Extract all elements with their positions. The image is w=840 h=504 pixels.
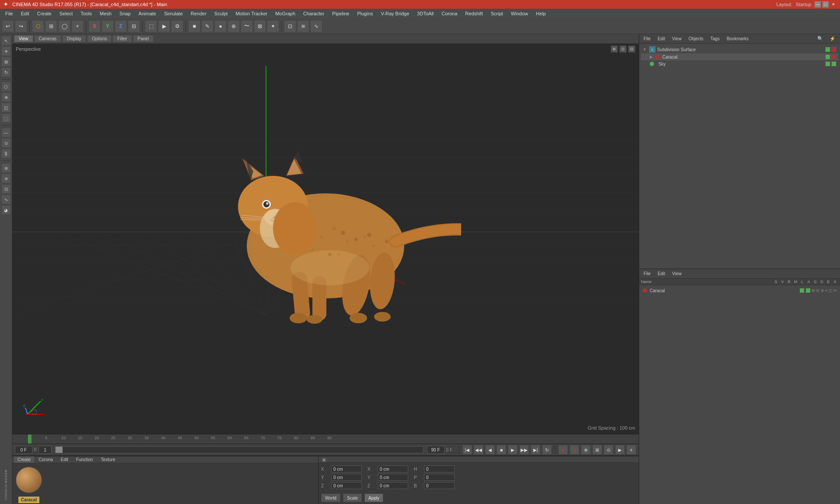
deformer-button[interactable]: 〜 [241, 20, 253, 32]
goto-end-button[interactable]: ▶| [531, 445, 540, 455]
hair-button[interactable]: ≋ [297, 20, 309, 32]
spline-button[interactable]: ∿ [310, 20, 322, 32]
viewport-camera[interactable]: ⊙ [620, 46, 626, 52]
left-tool-13[interactable]: ≋ [1, 174, 11, 183]
y-rot-input[interactable] [378, 474, 408, 481]
left-tool-9[interactable]: — [1, 128, 11, 137]
menu-snap[interactable]: Snap [116, 10, 134, 17]
boolean-button[interactable]: ⊕ [228, 20, 240, 32]
scale-button[interactable]: Scale [343, 494, 362, 502]
menu-animate[interactable]: Animate [135, 10, 160, 17]
menu-3dtoall[interactable]: 3DToAll [413, 10, 437, 17]
menu-pipeline[interactable]: Pipeline [329, 10, 353, 17]
motion-button[interactable]: ⊙ [604, 445, 613, 455]
select-tool[interactable]: ↖ [1, 36, 11, 46]
b-input[interactable] [424, 482, 455, 489]
undo-button[interactable]: ↩ [2, 20, 14, 32]
rotate-tool[interactable]: ↻ [1, 67, 11, 77]
menu-corona[interactable]: Corona [438, 10, 461, 17]
am-check-s[interactable] [799, 288, 805, 293]
om-caracal-check-2[interactable] [831, 54, 836, 60]
am-edit[interactable]: Edit [655, 271, 668, 276]
menu-tools[interactable]: Tools [77, 10, 95, 17]
play-mode-button[interactable]: ▶ [615, 445, 625, 455]
am-check-v[interactable] [805, 288, 811, 293]
maximize-button[interactable]: □ [822, 1, 829, 7]
menu-mograph[interactable]: MoGraph [272, 10, 299, 17]
om-sky-check-2[interactable] [831, 61, 836, 66]
close-button[interactable]: ✕ [830, 1, 836, 7]
om-expand-subdiv[interactable]: ▼ [643, 47, 647, 52]
tab-cameras[interactable]: Cameras [34, 35, 62, 42]
tab-options[interactable]: Options [87, 35, 112, 42]
menu-sculpt[interactable]: Sculpt [211, 10, 231, 17]
menu-file[interactable]: File [2, 10, 17, 17]
left-tool-8[interactable]: ⬚ [1, 113, 11, 123]
material-preview-ball[interactable] [16, 467, 42, 493]
tab-panel[interactable]: Panel [133, 35, 154, 42]
key-select-button[interactable]: ⊞ [592, 445, 602, 455]
menu-redshift[interactable]: Redshift [462, 10, 486, 17]
om-caracal-check-1[interactable] [825, 54, 830, 60]
left-tool-5[interactable]: ⬡ [1, 82, 11, 91]
light-button[interactable]: ✦ [267, 20, 279, 32]
key-all-button[interactable]: ⊕ [581, 445, 591, 455]
menu-plugins[interactable]: Plugins [354, 10, 376, 17]
tab-edit[interactable]: Edit [57, 456, 72, 463]
lock-axis-button[interactable]: ⊟ [128, 20, 140, 32]
window-controls[interactable]: — □ ✕ [815, 1, 836, 7]
step-forward-button[interactable]: ▶▶ [519, 445, 529, 455]
tab-filter[interactable]: Filter [112, 35, 132, 42]
om-check-2[interactable] [831, 47, 836, 52]
tab-texture[interactable]: Texture [97, 456, 119, 463]
play-button[interactable]: ▶ [508, 445, 518, 455]
frame-step-input[interactable] [38, 446, 52, 454]
menu-mesh[interactable]: Mesh [96, 10, 115, 17]
left-tool-12[interactable]: ⊛ [1, 163, 11, 173]
menu-motion-tracker[interactable]: Motion Tracker [232, 10, 271, 17]
minimize-button[interactable]: — [815, 1, 821, 7]
render-settings-button[interactable]: ⚙ [171, 20, 183, 32]
scrubber-handle[interactable] [56, 447, 63, 453]
left-tool-14[interactable]: ⊡ [1, 184, 11, 194]
menu-edit[interactable]: Edit [18, 10, 33, 17]
menu-script[interactable]: Script [487, 10, 507, 17]
left-tool-7[interactable]: ◫ [1, 103, 11, 112]
redo-button[interactable]: ↪ [15, 20, 27, 32]
om-objects[interactable]: Objects [686, 36, 706, 42]
move-tool[interactable]: ✛ [1, 46, 11, 56]
step-back-button[interactable]: ◀◀ [474, 445, 483, 455]
end-frame-input[interactable] [427, 446, 444, 454]
goto-start-button[interactable]: |◀ [462, 445, 472, 455]
om-sky-check-1[interactable] [825, 61, 830, 66]
render-button[interactable]: ▶ [158, 20, 170, 32]
om-search-icon[interactable]: 🔍 [815, 35, 826, 42]
stop-button[interactable]: ■ [497, 445, 506, 455]
tab-corona[interactable]: Corona [35, 456, 56, 463]
menu-select[interactable]: Select [56, 10, 77, 17]
x-axis-button[interactable]: X [88, 20, 101, 32]
menu-window[interactable]: Window [508, 10, 532, 17]
menu-simulate[interactable]: Simulate [161, 10, 186, 17]
menu-vray[interactable]: V-Ray Bridge [378, 10, 413, 17]
tab-create[interactable]: Create [14, 456, 34, 463]
tab-function[interactable]: Function [73, 456, 96, 463]
texture-mode-button[interactable]: ⊞ [45, 20, 57, 32]
tab-display[interactable]: Display [62, 35, 86, 42]
h-input[interactable] [424, 466, 455, 472]
om-item-sky[interactable]: Sky [641, 60, 838, 67]
z-rot-input[interactable] [378, 482, 408, 489]
z-pos-input[interactable] [331, 482, 362, 489]
point-mode-button[interactable]: + [71, 20, 84, 32]
loop-button[interactable]: ↻ [542, 445, 552, 455]
om-filter-icon[interactable]: ⚡ [827, 35, 838, 42]
p-input[interactable] [424, 474, 455, 481]
viewport-settings[interactable]: ⊟ [628, 46, 635, 52]
y-pos-input[interactable] [331, 474, 362, 481]
apply-button[interactable]: Apply [364, 494, 383, 502]
left-tool-10[interactable]: ⊙ [1, 138, 11, 148]
auto-key-button[interactable]: ◎ [570, 445, 579, 455]
om-check-1[interactable] [825, 47, 830, 52]
sphere-button[interactable]: ● [214, 20, 227, 32]
cube-button[interactable]: ■ [188, 20, 200, 32]
